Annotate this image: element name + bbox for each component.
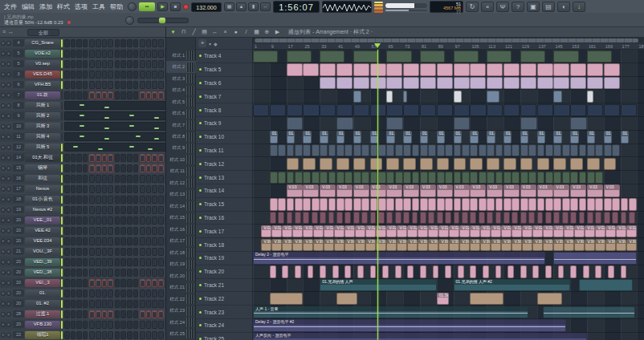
clip[interactable] <box>470 172 478 184</box>
clip[interactable]: V.99 <box>585 239 594 251</box>
clip[interactable]: V.03 <box>287 184 303 196</box>
clip[interactable]: V.03 <box>437 184 453 196</box>
clip[interactable] <box>462 212 468 224</box>
clip[interactable] <box>532 265 539 277</box>
track-led[interactable] <box>199 257 202 259</box>
clip[interactable]: V.99 <box>355 239 365 251</box>
channel-button[interactable]: VED._39 <box>25 258 60 266</box>
clip[interactable] <box>253 51 278 63</box>
clip[interactable] <box>445 144 453 156</box>
step-cell[interactable] <box>146 91 152 99</box>
clip[interactable] <box>537 63 553 75</box>
clip[interactable] <box>420 104 436 116</box>
clip[interactable] <box>336 144 344 156</box>
step-cell[interactable] <box>146 258 152 266</box>
step-cell[interactable] <box>76 154 82 162</box>
clip[interactable] <box>287 198 295 210</box>
clip[interactable]: V.99 <box>553 239 563 251</box>
step-cell[interactable] <box>120 50 126 58</box>
track-led[interactable] <box>199 95 202 98</box>
clip[interactable] <box>386 77 402 89</box>
step-cell[interactable] <box>71 175 76 183</box>
clip[interactable] <box>312 144 320 156</box>
step-cell[interactable] <box>146 289 152 298</box>
pattern-picker-row[interactable]: 样式 19 <box>166 258 196 269</box>
volume-knob[interactable] <box>6 260 11 265</box>
volume-knob[interactable] <box>6 83 11 87</box>
pan-knob[interactable] <box>1 270 6 275</box>
close-icon[interactable]: × <box>481 2 494 12</box>
track-header[interactable]: Track 5 <box>196 63 252 77</box>
step-cell[interactable] <box>133 81 139 89</box>
step-cell[interactable] <box>76 279 82 287</box>
step-cell[interactable] <box>64 206 70 214</box>
clip[interactable] <box>336 172 344 184</box>
step-cell[interactable] <box>71 310 76 318</box>
clip[interactable] <box>361 172 369 184</box>
clip[interactable] <box>282 265 288 277</box>
clip[interactable] <box>287 104 303 116</box>
pan-knob[interactable] <box>1 260 6 265</box>
step-cell[interactable] <box>158 300 164 308</box>
step-cell[interactable] <box>152 258 157 266</box>
step-cell[interactable] <box>71 60 76 68</box>
volume-knob[interactable] <box>6 114 11 119</box>
step-cell[interactable] <box>83 300 88 308</box>
channel-button[interactable]: V0.sep <box>25 60 60 68</box>
clip[interactable] <box>378 172 386 184</box>
sync-icon[interactable]: ↻ <box>466 2 479 12</box>
clip[interactable] <box>579 279 634 291</box>
step-cell[interactable] <box>140 206 145 214</box>
step-cell[interactable] <box>108 91 113 99</box>
step-cell[interactable] <box>102 175 108 183</box>
clip[interactable] <box>295 172 303 184</box>
menu-item-options[interactable]: 选项 <box>72 1 90 14</box>
step-cell[interactable] <box>115 39 120 47</box>
clip[interactable] <box>520 198 528 210</box>
step-cell[interactable] <box>152 91 157 99</box>
clip[interactable] <box>295 198 303 210</box>
pattern-picker-row[interactable]: 样式 8 <box>166 131 196 142</box>
clip[interactable]: V.99 <box>407 239 417 251</box>
clip[interactable] <box>528 172 536 184</box>
clip[interactable] <box>454 51 479 63</box>
clip[interactable] <box>370 265 377 277</box>
clip[interactable] <box>520 63 536 75</box>
pattern-picker-row[interactable]: 样式 17 <box>166 236 196 247</box>
clip[interactable] <box>595 265 601 277</box>
step-cell[interactable] <box>96 206 101 214</box>
step-cell[interactable] <box>108 321 113 329</box>
clip[interactable] <box>595 144 603 156</box>
clip[interactable] <box>528 144 536 156</box>
step-cell[interactable] <box>64 91 70 99</box>
track-led[interactable] <box>199 244 202 246</box>
track-header[interactable]: Track 11 <box>196 144 252 158</box>
step-cell[interactable] <box>120 279 126 287</box>
clip[interactable]: V.02 <box>459 225 469 237</box>
pan-knob[interactable] <box>1 176 6 181</box>
clip[interactable] <box>332 265 339 277</box>
track-header[interactable]: Track 22 <box>196 292 252 306</box>
step-cell[interactable] <box>115 300 120 308</box>
track-header[interactable]: Track 17 <box>196 225 252 238</box>
pan-knob[interactable] <box>1 145 6 150</box>
clip[interactable] <box>587 77 603 89</box>
clip[interactable] <box>479 144 487 156</box>
pattern-picker-row[interactable]: 样式 15 <box>166 212 196 224</box>
clip[interactable] <box>270 212 276 224</box>
clip[interactable]: V.02 <box>386 225 396 237</box>
clip[interactable] <box>403 212 410 224</box>
wait-input-icon[interactable]: ▮ <box>248 2 259 11</box>
step-cell[interactable] <box>140 321 145 329</box>
marker-icon[interactable]: ◆ <box>214 41 218 47</box>
pan-knob[interactable] <box>1 197 6 202</box>
step-cell[interactable] <box>127 258 132 266</box>
step-cell[interactable] <box>140 310 145 318</box>
clip[interactable] <box>295 265 301 277</box>
step-cell[interactable] <box>115 237 120 245</box>
step-cell[interactable] <box>158 196 164 204</box>
clip[interactable] <box>386 91 393 103</box>
step-cell[interactable] <box>133 60 139 68</box>
clip[interactable]: Delay 2 - 混音电平 <box>253 252 545 264</box>
clip[interactable] <box>470 158 483 170</box>
